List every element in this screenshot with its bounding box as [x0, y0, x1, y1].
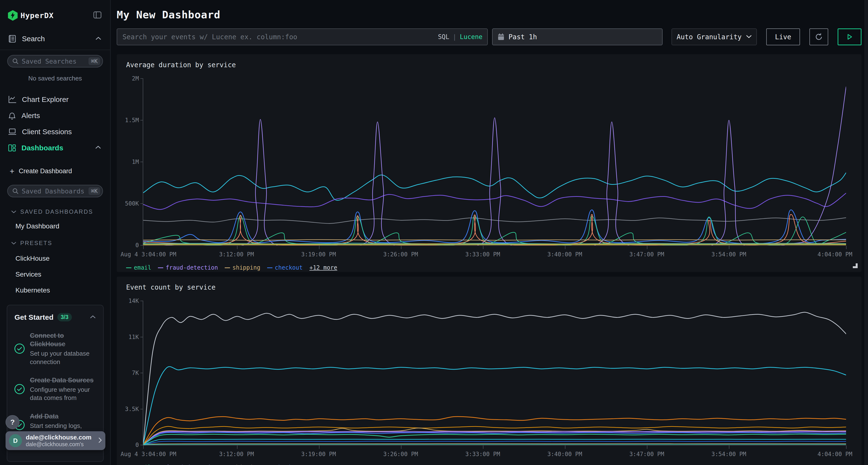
legend-item-shipping[interactable]: shipping	[225, 264, 260, 271]
legend-more-link[interactable]: +12 more	[309, 264, 337, 271]
get-started-item-data-sources[interactable]: Create Data Sources Configure where your…	[14, 376, 96, 402]
saved-dashboards-input[interactable]	[22, 188, 89, 195]
x-tick-label: 3:26:00 PM	[383, 251, 418, 258]
chart-plot-area[interactable]: 2M1.5M1M500K0	[143, 78, 846, 246]
page-scrollbar[interactable]	[865, 0, 868, 465]
chevron-right-icon	[98, 437, 102, 444]
legend-label: shipping	[232, 464, 260, 465]
x-tick	[237, 246, 238, 249]
sidebar-item-dashboards[interactable]: Dashboards	[0, 140, 110, 156]
event-search-input[interactable]	[117, 33, 487, 41]
x-tick	[647, 445, 647, 449]
legend-item-fraud-detection[interactable]: fraud-detection	[158, 264, 218, 271]
get-started-title: Get Started	[14, 313, 54, 322]
user-subtitle: dale@clickhouse.com's	[26, 441, 91, 447]
chevron-up-icon[interactable]	[95, 145, 101, 150]
granularity-value: Auto Granularity	[677, 33, 742, 41]
create-dashboard-button[interactable]: + Create Dashboard	[0, 167, 110, 175]
saved-searches-shortcut: ⌘K	[89, 57, 100, 65]
query-language-toggle: SQL | Lucene	[438, 29, 483, 45]
legend-label: checkout	[275, 464, 303, 465]
saved-searches-pill[interactable]: ⌘K	[7, 55, 103, 67]
sidebar-section-search[interactable]: Search	[0, 35, 110, 43]
legend-item-fraud-detection[interactable]: fraud-detection	[158, 464, 218, 465]
sidebar-item-clickhouse[interactable]: ClickHouse	[0, 255, 110, 262]
legend-color-dash	[225, 267, 230, 268]
get-started-item-desc: Set up your database connection	[30, 350, 96, 366]
legend-color-dash	[267, 267, 273, 268]
sidebar-nav: Chart Explorer Alerts Client Sessions Da…	[0, 91, 110, 156]
presets-header[interactable]: PRESETS	[0, 240, 110, 246]
x-tick-label: 3:47:00 PM	[629, 251, 664, 258]
get-started-header[interactable]: Get Started 3/3	[14, 313, 96, 322]
y-tick: 11K	[128, 334, 143, 340]
legend-item-shipping[interactable]: shipping	[225, 464, 260, 465]
chevron-down-icon	[11, 210, 17, 213]
legend-item-email[interactable]: email	[126, 264, 151, 271]
event-search-box[interactable]: SQL | Lucene	[117, 28, 488, 45]
sidebar-item-chart-explorer[interactable]: Chart Explorer	[0, 91, 110, 107]
sidebar-item-my-dashboard[interactable]: My Dashboard	[0, 222, 110, 230]
user-email: dale@clickhouse.com	[26, 434, 91, 441]
get-started-item-connect[interactable]: Connect to ClickHouse Set up your databa…	[14, 332, 96, 366]
user-menu[interactable]: D dale@clickhouse.com dale@clickhouse.co…	[5, 431, 105, 450]
saved-dashboards-pill[interactable]: ⌘K	[7, 185, 103, 197]
search-icon	[12, 188, 19, 194]
x-tick-label: 3:33:00 PM	[465, 451, 500, 458]
saved-dashboards-header-label: SAVED DASHBOARDS	[20, 208, 93, 215]
x-tick-label: 3:19:00 PM	[301, 451, 336, 458]
panel-resize-handle[interactable]	[851, 263, 858, 269]
legend-more-link[interactable]: +12 more	[309, 464, 337, 465]
legend-item-email[interactable]: email	[126, 464, 151, 465]
sidebar-item-kubernetes[interactable]: Kubernetes	[0, 287, 110, 294]
sidebar-item-client-sessions[interactable]: Client Sessions	[0, 124, 110, 140]
chevron-down-icon	[11, 241, 17, 245]
sql-toggle[interactable]: SQL	[438, 33, 449, 40]
time-range-picker[interactable]: Past 1h	[492, 28, 662, 45]
sidebar-collapse-icon[interactable]	[93, 11, 101, 20]
sidebar-item-alerts[interactable]: Alerts	[0, 107, 110, 124]
chevron-up-icon[interactable]	[95, 36, 101, 41]
legend-label: email	[134, 264, 151, 271]
run-query-button[interactable]	[838, 28, 862, 45]
live-button[interactable]: Live	[766, 28, 800, 45]
y-tick: 7K	[132, 370, 143, 376]
nav-label: Alerts	[22, 111, 40, 120]
x-tick	[401, 445, 401, 449]
nav-label: Dashboards	[22, 144, 63, 152]
saved-searches-input[interactable]	[22, 58, 89, 65]
x-tick-label: 3:54:00 PM	[712, 451, 746, 458]
saved-dashboards-header[interactable]: SAVED DASHBOARDS	[0, 208, 110, 215]
logo-row: HyperDX	[0, 0, 110, 21]
x-tick-label: Aug 4 3:04:00 PM	[121, 251, 176, 258]
legend-label: fraud-detection	[166, 264, 218, 271]
chart-plot-area[interactable]: 14K11K7K3.5K0	[143, 301, 846, 445]
x-tick-label: 3:47:00 PM	[629, 451, 664, 458]
check-circle-icon	[14, 384, 25, 394]
sidebar: HyperDX Search ⌘K No sa	[0, 0, 111, 465]
series-line-unlabeled-3	[143, 218, 846, 224]
refresh-icon	[814, 32, 824, 41]
calendar-icon	[497, 33, 505, 41]
plus-icon: +	[10, 167, 14, 175]
x-tick	[483, 246, 484, 249]
chevron-up-icon[interactable]	[90, 315, 96, 320]
legend-item-checkout[interactable]: checkout	[267, 464, 303, 465]
series-line-unlabeled-1	[143, 312, 846, 445]
x-tick	[319, 445, 319, 449]
series-line-unlabeled-6	[143, 439, 846, 445]
refresh-button[interactable]	[809, 28, 828, 45]
lucene-toggle[interactable]: Lucene	[460, 33, 483, 40]
legend-item-checkout[interactable]: checkout	[267, 264, 303, 271]
get-started-item-title: Add Data	[30, 412, 96, 421]
help-button[interactable]: ?	[5, 415, 20, 429]
y-tick: 2M	[132, 75, 143, 82]
sidebar-item-services[interactable]: Services	[0, 271, 110, 278]
x-tick	[565, 246, 565, 249]
play-icon	[847, 34, 852, 40]
legend-label: checkout	[275, 264, 303, 271]
granularity-select[interactable]: Auto Granularity	[672, 28, 757, 45]
search-section-label: Search	[22, 35, 45, 43]
x-tick	[319, 246, 319, 249]
nav-label: Chart Explorer	[22, 95, 68, 104]
